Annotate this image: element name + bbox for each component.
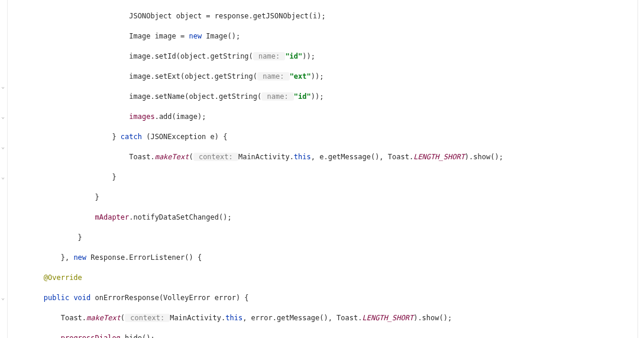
gutter: ⌄ ⌄ ⌄ ⌄ ⌄ [0, 0, 8, 338]
code-line[interactable]: progressDialog.hide(); [9, 333, 644, 338]
fold-marker[interactable]: ⌄ [1, 292, 5, 302]
code-line[interactable]: image.setId(object.getString( name: "id"… [9, 51, 644, 62]
fold-marker[interactable]: ⌄ [1, 81, 5, 91]
code-line[interactable]: public void onErrorResponse(VolleyError … [9, 293, 644, 303]
code-line[interactable]: } [9, 172, 644, 182]
code-line[interactable]: Toast.makeText( context: MainActivity.th… [9, 313, 644, 323]
code-editor[interactable]: ⌄ ⌄ ⌄ ⌄ ⌄ JSONObject object = response.g… [0, 0, 644, 338]
fold-marker[interactable]: ⌄ [1, 172, 5, 182]
fold-marker[interactable]: ⌄ [1, 111, 5, 121]
fold-marker[interactable]: ⌄ [1, 141, 5, 152]
code-line[interactable]: }, new Response.ErrorListener() { [9, 253, 644, 263]
code-area[interactable]: JSONObject object = response.getJSONObje… [9, 1, 644, 338]
code-line[interactable]: } [9, 192, 644, 202]
code-line[interactable]: mAdapter.notifyDataSetChanged(); [9, 213, 644, 223]
code-line[interactable]: image.setExt(object.getString( name: "ex… [9, 72, 644, 82]
code-line[interactable]: Toast.makeText( context: MainActivity.th… [9, 152, 644, 162]
code-line[interactable]: } catch (JSONException e) { [9, 132, 644, 142]
code-line[interactable]: images.add(image); [9, 112, 644, 122]
code-line[interactable]: image.setName(object.getString( name: "i… [9, 92, 644, 102]
code-line[interactable]: Image image = new Image(); [9, 31, 644, 41]
code-line[interactable]: @Override [9, 273, 644, 283]
code-line[interactable]: JSONObject object = response.getJSONObje… [9, 11, 644, 21]
code-line[interactable]: } [9, 233, 644, 243]
